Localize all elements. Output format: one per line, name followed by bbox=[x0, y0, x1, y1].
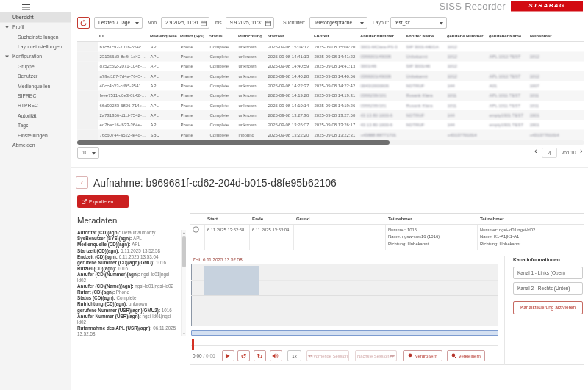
table-cell: 1011 bbox=[445, 93, 487, 98]
export-button[interactable]: Exportieren bbox=[77, 195, 129, 208]
metadata-item: gerufene Nummer (CD)(agn)(GMU): 1016 bbox=[77, 260, 176, 266]
table-cell: 2025-09-08 15:04:20 bbox=[312, 44, 359, 49]
next-session-button[interactable]: Nächste Session ▶▶ bbox=[355, 350, 397, 361]
prev-page-icon[interactable]: ‹ bbox=[534, 146, 537, 156]
scrollbar-thumb[interactable] bbox=[182, 236, 186, 267]
col-teilnehmer1: Teilnehmer bbox=[386, 215, 478, 223]
scroll-up-icon[interactable]: ▲ bbox=[182, 231, 186, 234]
sidebar-item-benutzer[interactable]: Benutzer bbox=[0, 71, 71, 81]
speed-button[interactable]: 1x bbox=[287, 350, 301, 361]
playback-position-marker[interactable] bbox=[192, 339, 194, 350]
sidebar-item-autorit-t[interactable]: Autorität bbox=[0, 111, 71, 120]
table-row[interactable]: a7fbd187-7d4a-7645-a2c8-31f5APLPhoneComp… bbox=[77, 71, 584, 81]
column-header-gerufene-nummer[interactable]: gerufene Nummer bbox=[445, 33, 487, 38]
table-row[interactable]: 40cc4b33-cd95-3541-b7e2-66d0APLPhoneComp… bbox=[77, 81, 584, 90]
menu-icon[interactable] bbox=[22, 4, 30, 11]
table-cell: 144 bbox=[445, 83, 487, 88]
table-cell: 2025-09-08 14:40:56 bbox=[312, 73, 359, 79]
bis-date-input[interactable]: 9.9.2025, 11:31 bbox=[226, 17, 274, 29]
table-row[interactable]: ed7bac16-f633-364e-9c27-81d4APLPhoneComp… bbox=[77, 120, 584, 129]
channel2-button[interactable]: Kanal 2 - Rechts (Unten) bbox=[513, 282, 583, 295]
table-row[interactable]: 66d90283-6826-714e-93a5-28c1APLPhoneComp… bbox=[77, 101, 584, 110]
zoom-out-button[interactable]: Verkleinern bbox=[447, 350, 485, 361]
column-header-rufrichtung[interactable]: Rufrichtung bbox=[237, 33, 266, 38]
metadata-item: Medienquelle (CD)(agn): APL bbox=[77, 242, 176, 248]
page-number-input[interactable]: 4 bbox=[542, 148, 557, 158]
play-button[interactable] bbox=[222, 350, 234, 361]
play-icon bbox=[225, 353, 230, 359]
table-cell: 3001/46 bbox=[359, 64, 404, 69]
metadata-panel: Autorität (CD)(agn): Default authoritySy… bbox=[77, 230, 186, 336]
table-cell: +43137701014 bbox=[528, 132, 584, 137]
column-header-medienquelle[interactable]: Medienquelle bbox=[148, 33, 179, 38]
sidebar-item-abmelden[interactable]: Abmelden bbox=[0, 140, 71, 150]
sidebar-item-tags[interactable]: Tags bbox=[0, 120, 71, 130]
table-row[interactable]: 76c60744-a522-fe4d-a390-12b8SBCPhoneComp… bbox=[77, 130, 584, 140]
channel1-button[interactable]: Kanal 1 - Links (Oben) bbox=[513, 267, 583, 279]
channel2-midline bbox=[191, 311, 498, 311]
table-row[interactable]: b1c81c92-7016-654c-9a31-47c2APLPhoneComp… bbox=[77, 42, 584, 51]
refresh-button[interactable] bbox=[77, 17, 90, 29]
von-date-input[interactable]: 2.9.2025, 11:31 bbox=[161, 17, 209, 29]
sidebar-item-einstellungen[interactable]: Einstellungen bbox=[0, 131, 71, 140]
table-row[interactable]: 231366d3-8e8f-1d42-8bb0-52e7APLPhoneComp… bbox=[77, 51, 584, 61]
col-start: Start bbox=[205, 215, 250, 223]
table-cell: 66d90283-6826-714e-93a5-28c1 bbox=[98, 103, 148, 108]
scrollbar-thumb[interactable] bbox=[77, 140, 390, 145]
table-row[interactable]: feee7511-c0e3-6b42-8d19-74b3APLPhoneComp… bbox=[77, 90, 584, 100]
column-header-anrufer-nummer[interactable]: Anrufer Nummer bbox=[359, 33, 404, 38]
column-header-status[interactable]: Status bbox=[208, 33, 237, 38]
next-page-icon[interactable]: › bbox=[580, 146, 583, 156]
column-header-startzeit[interactable]: Startzeit bbox=[266, 33, 312, 38]
page-size-select[interactable]: 10 bbox=[77, 147, 99, 159]
suchfilter-select[interactable]: Telefongespräche bbox=[309, 17, 368, 29]
table-cell: 2025-09-08 13:22:20 bbox=[266, 132, 312, 137]
back-button[interactable]: ‹ bbox=[76, 176, 88, 189]
scroll-down-icon[interactable]: ▼ bbox=[182, 332, 186, 336]
horizontal-scrollbar[interactable] bbox=[77, 140, 584, 145]
table-cell: Complete bbox=[208, 123, 237, 128]
seek-track[interactable] bbox=[191, 345, 498, 346]
sidebar-item-bersicht[interactable]: Übersicht bbox=[0, 12, 71, 22]
date-range-select[interactable]: Letzten 7 Tage bbox=[94, 17, 143, 29]
sidebar-item-gruppe[interactable]: Gruppe bbox=[0, 62, 71, 71]
sidebar-item-siprec[interactable]: SIPREC bbox=[0, 91, 71, 101]
channel-control-activate-button[interactable]: Kanalsteuerung aktivieren bbox=[513, 301, 583, 314]
waveform-area[interactable] bbox=[191, 264, 498, 326]
sidebar-item-label: Tags bbox=[18, 123, 28, 129]
column-header-gerufener-name[interactable]: gerufener Name bbox=[487, 33, 528, 38]
calendar-icon bbox=[265, 21, 271, 26]
table-cell: APL bbox=[148, 93, 179, 98]
layout-select[interactable]: test_sx bbox=[390, 17, 447, 29]
metadata-item: Anrufer (CD)(Name)(agn): ngsi-ld01|ngsi-… bbox=[77, 284, 176, 289]
table-cell: Phone bbox=[179, 112, 208, 118]
metadata-scrollbar[interactable]: ▲ ▼ bbox=[181, 230, 186, 336]
volume-button[interactable] bbox=[270, 350, 282, 361]
sidebar-item-rtprec[interactable]: RTPREC bbox=[0, 101, 71, 111]
reload-button[interactable]: ↻ bbox=[254, 350, 266, 361]
sidebar-item-label: Profil bbox=[12, 24, 24, 30]
column-header-anrufer-name[interactable]: Anrufer Name bbox=[404, 33, 445, 38]
replay-button[interactable]: ↺ bbox=[237, 350, 250, 361]
sidebar-item-konfiguration[interactable]: Konfiguration bbox=[0, 52, 71, 62]
sidebar-item-medienquellen[interactable]: Medienquellen bbox=[0, 82, 71, 91]
zoom-range-bar[interactable] bbox=[191, 330, 498, 336]
sidebar-item-layouteinstellungen[interactable]: Layouteinstellungen bbox=[0, 42, 71, 51]
table-row[interactable]: d752c6f2-2071-104b-8c45-90aaAPLPhoneComp… bbox=[77, 62, 584, 71]
column-header-id[interactable]: ID bbox=[98, 33, 148, 38]
table-cell: unknown bbox=[237, 112, 266, 118]
column-header-rufart-sys[interactable]: Rufart (Sys) bbox=[179, 33, 208, 38]
sidebar-item-sucheinstellungen[interactable]: Sucheinstellungen bbox=[0, 32, 71, 42]
previous-session-button[interactable]: ◀◀ Vorherige Session bbox=[306, 350, 349, 361]
strabag-logo: STRABAG bbox=[511, 1, 583, 10]
column-header-teilnehmer[interactable]: Teilnehmer bbox=[528, 33, 584, 38]
sidebar-item-profil[interactable]: Profil bbox=[0, 22, 71, 32]
table-row[interactable]: 2a731366-d1cf-7542-b648-05e9APLPhoneComp… bbox=[77, 110, 584, 120]
table-cell: APL 1012 TEST bbox=[487, 54, 528, 59]
zoom-in-button[interactable]: Vergrößern bbox=[403, 350, 442, 361]
session-row[interactable]: 6.11.2025 13:52:58 6.11.2025 13:53:04 Nu… bbox=[190, 225, 584, 250]
chevron-down-icon bbox=[135, 22, 139, 25]
suchfilter-label: Suchfilter: bbox=[283, 20, 305, 26]
table-cell: 231366d3-8e8f-1d42-8bb0-52e7 bbox=[98, 54, 148, 59]
column-header-endzeit[interactable]: Endzeit bbox=[312, 33, 359, 38]
